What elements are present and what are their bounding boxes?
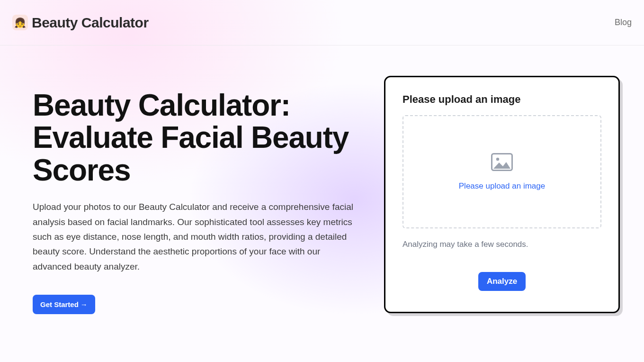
analyze-button[interactable]: Analyze: [478, 272, 526, 291]
get-started-button[interactable]: Get Started →: [33, 295, 95, 314]
analyze-button-wrap: Analyze: [402, 272, 601, 291]
image-placeholder-icon: [491, 153, 513, 173]
upload-prompt-text: Please upload an image: [459, 181, 545, 191]
upload-dropzone[interactable]: Please upload an image: [402, 115, 601, 228]
upload-note: Analyzing may take a few seconds.: [402, 240, 601, 249]
svg-point-1: [496, 157, 499, 160]
hero-section: Beauty Calculator: Evaluate Facial Beaut…: [33, 45, 364, 314]
cta-label: Get Started: [40, 300, 79, 308]
page-title: Beauty Calculator: Evaluate Facial Beaut…: [33, 89, 364, 186]
page-description: Upload your photos to our Beauty Calcula…: [33, 199, 359, 274]
arrow-right-icon: →: [80, 300, 88, 308]
brand-name[interactable]: Beauty Calculator: [32, 15, 149, 31]
upload-card: Please upload an image Please upload an …: [384, 76, 620, 313]
top-nav: Blog: [615, 18, 632, 27]
upload-card-title: Please upload an image: [402, 93, 601, 106]
uploader-section: Please upload an image Please upload an …: [384, 45, 620, 314]
logo-emoji: 👧: [14, 18, 26, 27]
main-content: Beauty Calculator: Evaluate Facial Beaut…: [0, 45, 644, 314]
blog-link[interactable]: Blog: [615, 18, 632, 27]
brand-logo[interactable]: 👧: [12, 15, 28, 30]
top-bar: 👧 Beauty Calculator Blog: [0, 0, 644, 45]
